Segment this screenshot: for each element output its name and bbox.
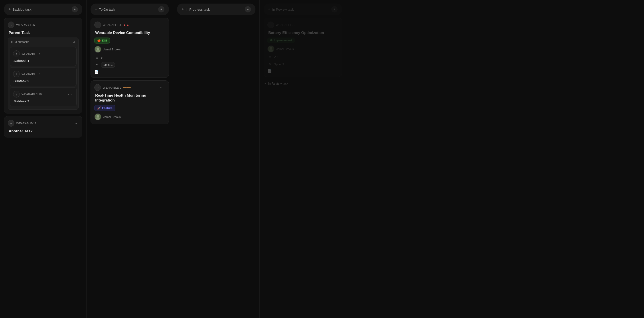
subtask-id: WEARABLE-10 — [22, 93, 42, 96]
task-id-row: → WEARABLE-3 — [268, 22, 294, 28]
task-card-header: → WEARABLE-11 ⋯ — [8, 120, 78, 127]
task-status-icon[interactable]: → — [268, 22, 274, 28]
task-id-row: → WEARABLE-6 — [8, 22, 35, 28]
tag-improvement-badge: ✱ Improvement — [268, 38, 295, 43]
assignee-row: Jamal Brooks — [94, 46, 165, 53]
column-todo: + To-Do task ✦ → WEARABLE-1 ▲▲ ⋯ Wearabl… — [86, 0, 173, 318]
story-points-row: ⊞ 5 — [94, 55, 165, 60]
backlog-column-label: Backlog task — [13, 8, 32, 11]
doc-icon: 📄 — [268, 69, 272, 73]
add-backlog-task-button[interactable]: + Backlog task ✦ — [4, 4, 82, 15]
column-in-review: + In Review task ✦ → WEARABLE-3 Battery … — [260, 0, 346, 318]
task-title: Wearable Device Compatibility — [94, 31, 165, 35]
sprint-row: ⚑ Sprint 1 — [94, 62, 165, 68]
tag-feature-badge: 🚀 Feature — [94, 105, 116, 111]
task-status-icon[interactable]: → — [8, 22, 14, 28]
subtask-card-wearable-7: ↑ WEARABLE-7 ⋯ Subtask 1 — [10, 47, 76, 66]
task-id: WEARABLE-11 — [16, 122, 36, 125]
task-more-button[interactable]: ⋯ — [72, 120, 78, 126]
assignee-row: Jamal Brooks — [94, 113, 165, 120]
chevron-up-icon: ∧ — [73, 40, 75, 44]
subtask-title: Subtask 1 — [13, 59, 73, 63]
subtasks-grid-icon: ⊞ — [11, 40, 14, 44]
subtask-title: Subtask 2 — [13, 79, 73, 83]
rocket-icon: 🚀 — [97, 106, 101, 110]
subtask-id-row: ↑ WEARABLE-7 — [13, 50, 40, 57]
assignee-name: Jamal Brooks — [103, 115, 121, 119]
improvement-icon: ✱ — [270, 39, 272, 42]
task-more-button[interactable]: ⋯ — [72, 22, 78, 28]
sparkle-icon: ✦ — [245, 6, 251, 13]
subtasks-list: ↑ WEARABLE-7 ⋯ Subtask 1 ↑ WEARABLE-8 — [8, 47, 78, 110]
add-in-progress-task-button[interactable]: + In Progress task ✦ — [177, 4, 256, 15]
assignee-name: Jamal Brooks — [276, 47, 294, 51]
subtask-header: ↑ WEARABLE-8 ⋯ — [13, 71, 73, 77]
story-points-value: 5 — [101, 56, 102, 59]
subtasks-label: ⊞ 3 subtasks — [11, 40, 29, 44]
task-card-header: → WEARABLE-6 ⋯ — [8, 22, 78, 28]
subtask-id-row: ↑ WEARABLE-10 — [13, 91, 42, 98]
plus-icon: + — [268, 7, 270, 12]
sprint-icon: ⚑ — [268, 62, 272, 67]
in-progress-column-label: In Progress task — [186, 8, 210, 11]
avatar — [268, 45, 274, 52]
subtask-more-button[interactable]: ⋯ — [66, 51, 73, 57]
subtask-status-icon[interactable]: ↑ — [13, 50, 20, 57]
task-card-header: → WEARABLE-2 —— ⋯ — [94, 84, 165, 91]
plus-icon: + — [182, 7, 184, 12]
priority-medium-icon: —— — [123, 86, 131, 90]
story-points-icon: ⊞ — [94, 55, 99, 60]
task-more-button[interactable]: ⋯ — [158, 85, 165, 90]
subtasks-header[interactable]: ⊞ 3 subtasks ∧ — [8, 38, 78, 46]
task-card-wearable-3: → WEARABLE-3 Battery Efficiency Optimiza… — [264, 18, 342, 77]
task-title: Another Task — [8, 129, 78, 134]
sprint-icon: ⚑ — [94, 62, 99, 67]
kanban-board: + Backlog task ✦ → WEARABLE-6 ⋯ Parent T… — [0, 0, 644, 318]
sparkle-icon: ✦ — [158, 6, 164, 13]
avatar — [94, 113, 102, 120]
sprint-value: Sprint 3 — [274, 63, 284, 66]
add-todo-task-button[interactable]: + To-Do task ✦ — [90, 4, 169, 15]
doc-row: 📄 — [94, 70, 165, 74]
subtask-title: Subtask 3 — [13, 99, 73, 103]
task-id-row: → WEARABLE-1 ▲▲ — [94, 22, 130, 28]
story-points-row: ⊞ -13 — [268, 55, 338, 60]
task-status-icon[interactable]: → — [8, 120, 14, 127]
task-id-row: → WEARABLE-2 —— — [94, 84, 131, 91]
add-in-review-inline-button[interactable]: + In Review task — [264, 80, 342, 88]
plus-icon: + — [95, 7, 98, 12]
subtask-more-button[interactable]: ⋯ — [66, 91, 73, 97]
doc-row: 📄 — [268, 69, 338, 73]
task-more-button[interactable]: ⋯ — [158, 22, 165, 28]
task-id: WEARABLE-1 — [103, 23, 122, 27]
assignee-name: Jamal Brooks — [103, 48, 121, 51]
subtask-header: ↑ WEARABLE-10 ⋯ — [13, 91, 73, 98]
in-review-column-label: In Review task — [272, 8, 294, 11]
todo-column-label: To-Do task — [99, 8, 115, 11]
subtask-id: WEARABLE-7 — [22, 52, 40, 56]
subtask-more-button[interactable]: ⋯ — [66, 71, 73, 77]
plus-icon: + — [264, 82, 266, 85]
avatar — [94, 46, 102, 53]
subtask-status-icon[interactable]: ↑ — [13, 91, 20, 98]
task-id: WEARABLE-6 — [16, 23, 35, 27]
sparkle-icon: ✦ — [72, 6, 78, 13]
task-card-header: → WEARABLE-3 — [268, 22, 338, 28]
task-status-icon[interactable]: → — [94, 84, 101, 91]
plus-icon: + — [8, 7, 11, 12]
task-card-wearable-11: → WEARABLE-11 ⋯ Another Task — [4, 116, 82, 137]
add-in-review-task-button[interactable]: + In Review task ✦ — [264, 4, 342, 15]
task-status-icon[interactable]: → — [94, 22, 101, 28]
subtasks-section: ⊞ 3 subtasks ∧ ↑ WEARABLE-7 ⋯ — [8, 38, 78, 110]
task-card-header: → WEARABLE-1 ▲▲ ⋯ — [94, 22, 165, 28]
subtask-status-icon[interactable]: ↑ — [13, 71, 20, 77]
task-card-wearable-6: → WEARABLE-6 ⋯ Parent Task ⊞ 3 subtasks … — [4, 18, 82, 114]
subtask-id: WEARABLE-8 — [22, 72, 40, 76]
sparkle-icon: ✦ — [331, 6, 338, 13]
subtask-card-wearable-10: ↑ WEARABLE-10 ⋯ Subtask 3 — [10, 88, 76, 106]
subtask-id-row: ↑ WEARABLE-8 — [13, 71, 40, 77]
assignee-row: Jamal Brooks — [268, 45, 338, 52]
add-in-review-label: In Review task — [268, 82, 288, 85]
column-backlog: + Backlog task ✦ → WEARABLE-6 ⋯ Parent T… — [0, 0, 86, 318]
sprint-badge: Sprint 1 — [101, 62, 115, 68]
